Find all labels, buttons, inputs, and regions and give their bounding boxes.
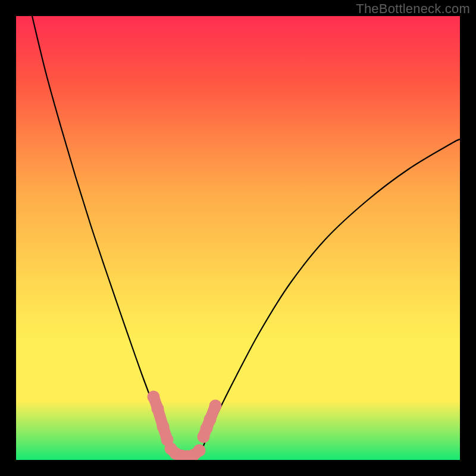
chart-svg — [16, 16, 460, 460]
dot — [204, 414, 217, 426]
dot — [157, 421, 170, 433]
dot — [209, 400, 222, 412]
curve-left-curve — [32, 16, 173, 456]
watermark-text: TheBottleneck.com — [356, 1, 470, 17]
plot-area — [16, 16, 460, 460]
dot — [148, 391, 160, 403]
curve-right-curve — [199, 139, 460, 456]
dot — [152, 403, 164, 415]
dot — [193, 444, 206, 457]
chart-frame: TheBottleneck.com — [0, 0, 476, 476]
